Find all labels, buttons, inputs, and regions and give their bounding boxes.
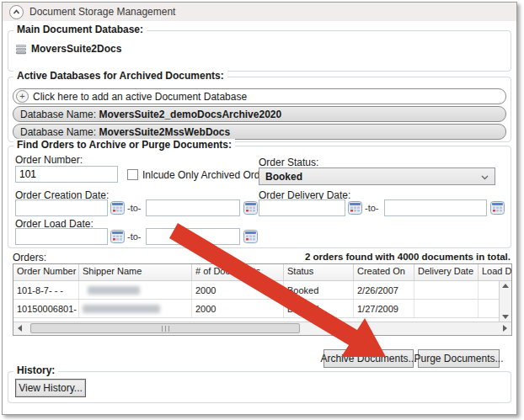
- cell-documents: 2000: [192, 300, 284, 317]
- database-name-value: MoversSuite2MssWebDocs: [99, 126, 230, 138]
- scrollbar-grip-icon: [162, 326, 169, 332]
- redacted-shipper-name: [83, 305, 160, 313]
- to-separator: -to-: [127, 231, 142, 242]
- cell-order-number: 101-8-7- - -: [13, 281, 79, 299]
- chevron-down-icon: [481, 171, 489, 183]
- include-archived-label: Inlcude Only Archived Orders: [142, 169, 274, 181]
- delivery-date-to-input[interactable]: [384, 199, 487, 216]
- include-archived-checkbox[interactable]: [127, 169, 138, 180]
- column-header-order-number[interactable]: Order Number: [13, 264, 79, 280]
- orders-table-rows: 101-8-7- - - 2000 Booked 2/26/2007 10150…: [13, 281, 499, 322]
- delivery-date-from-input[interactable]: [259, 199, 345, 216]
- cell-created-on: 2/26/2007: [354, 281, 414, 299]
- document-storage-dialog: Document Storage Management Main Documen…: [2, 2, 517, 415]
- purge-documents-button[interactable]: Purge Documents...: [418, 349, 500, 368]
- archive-documents-button[interactable]: Archive Documents...: [323, 349, 414, 368]
- cell-shipper-name: [79, 281, 192, 299]
- database-name-prefix: Database Name:: [20, 126, 99, 138]
- column-header-documents[interactable]: # of Documents: [192, 264, 284, 280]
- cell-delivery-date: [414, 281, 479, 299]
- calendar-icon[interactable]: [348, 200, 362, 215]
- orders-label: Orders:: [13, 252, 46, 263]
- cell-order-number: 10150006801- - -: [13, 300, 79, 317]
- find-orders-groupbox: Find Orders to Archive or Purge Document…: [8, 146, 511, 248]
- calendar-icon[interactable]: [110, 229, 125, 243]
- cell-load-date: [479, 300, 499, 317]
- horizontal-scrollbar[interactable]: [13, 322, 511, 335]
- dialog-header: Document Storage Management: [3, 3, 516, 21]
- order-status-value: Booked: [265, 171, 302, 183]
- order-status-select[interactable]: Booked: [259, 167, 495, 185]
- add-icon: +: [16, 90, 29, 103]
- collapse-icon[interactable]: [9, 5, 24, 19]
- order-number-input[interactable]: [15, 166, 118, 183]
- database-name-value: MoversSuite2_demoDocsArchive2020: [99, 109, 281, 120]
- cell-status: Booked: [284, 300, 354, 317]
- order-status-label: Order Status:: [259, 157, 318, 168]
- database-row[interactable]: Database Name: MoversSuite2MssWebDocs: [13, 124, 506, 140]
- redacted-shipper-name: [88, 286, 140, 295]
- page-title: Document Storage Management: [29, 6, 175, 18]
- cell-delivery-date: [414, 300, 479, 317]
- load-date-from-input[interactable]: [15, 228, 108, 245]
- scroll-up-icon[interactable]: [502, 284, 509, 288]
- cell-status: Booked: [284, 281, 354, 299]
- view-history-button[interactable]: View History...: [15, 379, 86, 397]
- cell-documents: 2000: [192, 281, 284, 299]
- calendar-icon[interactable]: [243, 200, 258, 215]
- cell-created-on: 1/27/2009: [354, 300, 414, 317]
- history-groupbox: History: View History...: [8, 371, 511, 403]
- column-header-delivery-date[interactable]: Delivery Date: [414, 264, 479, 280]
- history-label: History:: [13, 364, 58, 376]
- main-database-name: MoversSuite2Docs: [31, 43, 121, 55]
- table-row[interactable]: 101-8-7- - - 2000 Booked 2/26/2007: [13, 281, 499, 300]
- cell-load-date: [479, 281, 499, 299]
- database-row[interactable]: Database Name: MoversSuite2_demoDocsArch…: [13, 106, 506, 122]
- find-orders-label: Find Orders to Archive or Purge Document…: [13, 139, 235, 151]
- column-header-created-on[interactable]: Created On: [354, 264, 414, 280]
- active-databases-groupbox: Active Databases for Archived Documents:…: [8, 77, 511, 142]
- main-database-item: MoversSuite2Docs: [15, 43, 121, 55]
- to-separator: -to-: [365, 203, 379, 213]
- creation-date-to-input[interactable]: [146, 199, 240, 216]
- orders-table-header: Order Number Shipper Name # of Documents…: [13, 264, 511, 281]
- active-databases-label: Active Databases for Archived Documents:: [13, 70, 227, 82]
- to-separator: -to-: [127, 203, 142, 213]
- calendar-icon[interactable]: [490, 200, 505, 215]
- cell-shipper-name: [79, 300, 192, 317]
- orders-summary: 2 orders found with 4000 documents in to…: [305, 252, 511, 262]
- main-database-groupbox: Main Document Database: MoversSuite2Docs: [8, 30, 511, 72]
- column-header-status[interactable]: Status: [284, 264, 354, 280]
- creation-date-from-input[interactable]: [15, 199, 108, 216]
- table-row[interactable]: 10150006801- - - 2000 Booked 1/27/2009: [13, 300, 499, 318]
- column-header-load-date[interactable]: Load Date: [479, 264, 511, 280]
- scroll-left-icon[interactable]: [13, 322, 26, 334]
- add-database-text: Click here to add an active Document Dat…: [33, 91, 247, 103]
- vertical-scrollbar[interactable]: [499, 281, 511, 322]
- scroll-down-icon[interactable]: [502, 315, 509, 319]
- database-icon: [15, 43, 27, 55]
- scrollbar-thumb[interactable]: [30, 323, 300, 333]
- load-date-to-input[interactable]: [146, 228, 240, 245]
- order-number-label: Order Number:: [15, 154, 83, 166]
- main-database-label: Main Document Database:: [13, 24, 147, 35]
- calendar-icon[interactable]: [243, 229, 258, 243]
- add-database-row[interactable]: + Click here to add an active Document D…: [13, 88, 506, 104]
- column-header-shipper-name[interactable]: Shipper Name: [79, 264, 192, 280]
- calendar-icon[interactable]: [110, 200, 125, 215]
- scroll-right-icon[interactable]: [499, 322, 511, 334]
- database-name-prefix: Database Name:: [20, 109, 99, 120]
- orders-table: Order Number Shipper Name # of Documents…: [13, 263, 512, 336]
